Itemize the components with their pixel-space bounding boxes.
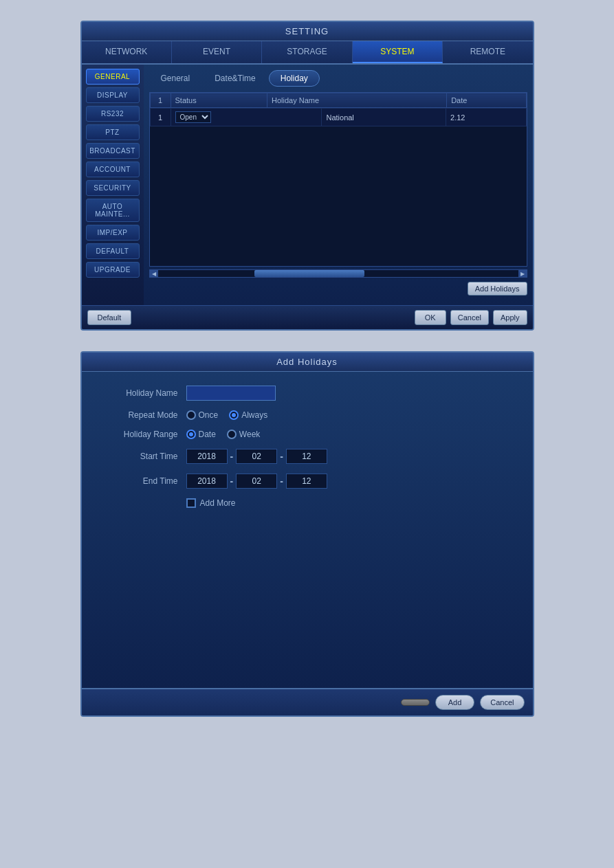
scroll-left-arrow[interactable]: ◀ xyxy=(150,270,158,277)
panel-title: SETTING xyxy=(285,26,329,36)
holiday-table: 1 Status Holiday Name Date xyxy=(150,93,527,108)
nav-network[interactable]: NETWORK xyxy=(82,41,172,63)
range-date-label: Date xyxy=(199,430,216,439)
sidebar-item-upgrade[interactable]: UPGRADE xyxy=(86,262,140,278)
repeat-once-label: Once xyxy=(199,410,219,420)
add-holidays-button[interactable]: Add Holidays xyxy=(468,282,527,296)
start-year-input[interactable] xyxy=(186,449,228,464)
sidebar-item-display[interactable]: DISPLAY xyxy=(86,87,140,103)
range-date-radio[interactable] xyxy=(186,430,196,439)
add-button[interactable]: Add xyxy=(435,695,475,710)
top-nav: NETWORK EVENT STORAGE SYSTEM REMOTE xyxy=(82,41,533,65)
holiday-name-row: Holiday Name xyxy=(102,386,512,401)
sidebar-item-general[interactable]: GENERAL xyxy=(86,69,140,85)
tab-datetime[interactable]: Date&Time xyxy=(203,70,267,87)
end-sep1: - xyxy=(230,476,234,487)
holiday-range-row: Holiday Range Date Week xyxy=(102,430,512,439)
table-body-area: 1 Open Close National 2.12 xyxy=(150,108,527,266)
horizontal-scrollbar[interactable]: ◀ ▶ xyxy=(149,269,527,278)
scrollbar-thumb[interactable] xyxy=(254,270,364,277)
form-area: Holiday Name Repeat Mode Once Always Hol… xyxy=(82,372,533,688)
col-header-num: 1 xyxy=(150,93,171,108)
nav-system[interactable]: SYSTEM xyxy=(353,41,443,63)
sidebar-item-ptz[interactable]: PTZ xyxy=(86,124,140,140)
add-more-checkbox-row: Add More xyxy=(186,498,236,508)
nav-remote[interactable]: REMOTE xyxy=(443,41,532,63)
cancel-button[interactable]: Cancel xyxy=(450,310,489,325)
tab-bar: General Date&Time Holiday xyxy=(149,70,527,87)
right-content: General Date&Time Holiday 1 Status Holid… xyxy=(144,65,533,305)
row-num: 1 xyxy=(150,109,171,126)
row-name: National xyxy=(322,109,446,126)
add-more-checkbox[interactable] xyxy=(186,498,196,508)
col-header-name: Holiday Name xyxy=(267,93,447,108)
row-date: 2.12 xyxy=(446,109,526,126)
start-day-input[interactable] xyxy=(286,449,327,464)
add-holidays-title-bar: Add Holidays xyxy=(82,353,533,372)
holiday-table-container: 1 Status Holiday Name Date 1 xyxy=(149,92,527,267)
scroll-right-arrow[interactable]: ▶ xyxy=(518,270,527,277)
table-row[interactable]: 1 Open Close National 2.12 xyxy=(150,109,526,126)
start-month-input[interactable] xyxy=(236,449,277,464)
holiday-table-body: 1 Open Close National 2.12 xyxy=(150,108,527,126)
repeat-mode-label: Repeat Mode xyxy=(102,410,178,420)
add-more-label: Add More xyxy=(200,498,236,508)
sidebar: GENERAL DISPLAY RS232 PTZ BROADCAST ACCO… xyxy=(82,65,144,305)
repeat-once-radio[interactable] xyxy=(186,410,196,420)
sidebar-item-account[interactable]: ACCOUNT xyxy=(86,162,140,177)
range-week-label: Week xyxy=(239,430,260,439)
repeat-once-option[interactable]: Once xyxy=(186,410,219,420)
start-sep1: - xyxy=(230,451,234,462)
repeat-always-option[interactable]: Always xyxy=(229,410,267,420)
add-holidays-bottom-bar: Add Cancel xyxy=(82,688,533,715)
sidebar-item-impexp[interactable]: IMP/EXP xyxy=(86,225,140,241)
end-year-input[interactable] xyxy=(186,474,228,489)
tab-general[interactable]: General xyxy=(149,70,202,87)
repeat-mode-row: Repeat Mode Once Always xyxy=(102,410,512,420)
sidebar-item-default[interactable]: DEFAULT xyxy=(86,243,140,259)
row-status[interactable]: Open Close xyxy=(171,109,322,126)
apply-button[interactable]: Apply xyxy=(493,310,527,325)
holiday-name-label: Holiday Name xyxy=(102,388,178,398)
end-time-field: - - xyxy=(186,474,327,489)
sidebar-item-rs232[interactable]: RS232 xyxy=(86,106,140,122)
ok-button[interactable]: OK xyxy=(415,310,446,325)
repeat-mode-group: Once Always xyxy=(186,410,268,420)
range-date-option[interactable]: Date xyxy=(186,430,216,439)
end-time-label: End Time xyxy=(102,476,178,486)
end-time-row: End Time - - xyxy=(102,474,512,489)
status-dropdown[interactable]: Open Close xyxy=(175,111,211,123)
gray-placeholder-button[interactable] xyxy=(401,699,430,706)
add-more-row: Add More xyxy=(102,498,512,508)
start-time-field: - - xyxy=(186,449,327,464)
cancel2-button[interactable]: Cancel xyxy=(480,695,524,710)
setting-panel: SETTING NETWORK EVENT STORAGE SYSTEM REM… xyxy=(80,21,534,331)
main-content: GENERAL DISPLAY RS232 PTZ BROADCAST ACCO… xyxy=(82,65,533,305)
end-sep2: - xyxy=(280,476,283,487)
repeat-always-label: Always xyxy=(241,410,267,420)
col-header-status: Status xyxy=(171,93,267,108)
tab-holiday[interactable]: Holiday xyxy=(269,70,320,87)
sidebar-item-broadcast[interactable]: BROADCAST xyxy=(86,143,140,159)
sidebar-item-security[interactable]: SECURITY xyxy=(86,180,140,196)
range-week-option[interactable]: Week xyxy=(227,430,260,439)
panel-title-bar: SETTING xyxy=(82,22,533,41)
start-time-label: Start Time xyxy=(102,452,178,461)
holiday-range-label: Holiday Range xyxy=(102,430,178,439)
holiday-name-input[interactable] xyxy=(186,386,276,401)
bottom-buttons: Default OK Cancel Apply xyxy=(82,305,533,329)
end-day-input[interactable] xyxy=(286,474,327,489)
sidebar-item-auto-mainte[interactable]: AUTO MAINTE... xyxy=(86,199,140,222)
nav-event[interactable]: EVENT xyxy=(172,41,262,63)
start-sep2: - xyxy=(280,451,283,462)
end-month-input[interactable] xyxy=(236,474,277,489)
range-week-radio[interactable] xyxy=(227,430,237,439)
add-holidays-title: Add Holidays xyxy=(276,357,338,367)
add-holidays-panel: Add Holidays Holiday Name Repeat Mode On… xyxy=(80,351,534,717)
col-header-date: Date xyxy=(447,93,526,108)
default-button[interactable]: Default xyxy=(87,310,132,325)
repeat-always-radio[interactable] xyxy=(229,410,239,420)
nav-storage[interactable]: STORAGE xyxy=(262,41,352,63)
holiday-range-group: Date Week xyxy=(186,430,261,439)
start-time-row: Start Time - - xyxy=(102,449,512,464)
